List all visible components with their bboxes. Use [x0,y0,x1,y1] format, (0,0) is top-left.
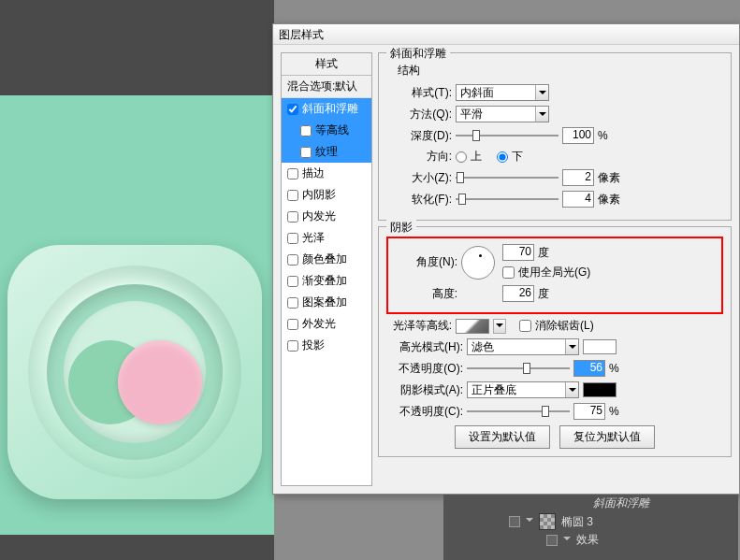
style-checkbox[interactable] [287,233,298,244]
opacity2-slider[interactable] [467,403,570,420]
style-select[interactable]: 内斜面 [456,84,549,101]
make-default-button[interactable]: 设置为默认值 [455,425,550,449]
style-checkbox[interactable] [287,319,298,330]
style-label: 内发光 [302,208,336,224]
size-slider[interactable] [456,169,559,186]
opacity1-slider[interactable] [467,360,570,377]
depth-slider[interactable] [456,127,559,144]
method-label: 方法(Q): [386,107,452,122]
style-checkbox[interactable] [287,104,298,115]
style-row-3[interactable]: 描边 [282,163,371,184]
reset-default-button[interactable]: 复位为默认值 [559,425,655,449]
structure-label: 结构 [398,63,723,79]
style-label: 图案叠加 [302,294,347,310]
style-label: 光泽 [302,230,325,246]
style-row-2[interactable]: 纹理 [282,141,371,163]
style-row-0[interactable]: 斜面和浮雕 [282,98,371,120]
depth-unit: % [598,129,624,142]
opacity2-unit: % [609,405,635,418]
style-row-7[interactable]: 颜色叠加 [282,249,371,270]
soften-slider[interactable] [456,191,559,208]
layer-effect-applied[interactable]: 斜面和浮雕 [443,495,738,512]
depth-input[interactable]: 100 [562,127,594,144]
layer-name: 椭圆 3 [561,514,593,530]
style-checkbox[interactable] [287,211,298,223]
visibility-toggle-icon[interactable] [509,516,520,527]
style-checkbox[interactable] [287,168,298,179]
style-checkbox[interactable] [287,190,298,201]
expand-icon[interactable] [563,537,571,544]
shading-group-title: 阴影 [386,220,416,236]
direction-up-label: 上 [471,149,482,165]
angle-dial[interactable] [461,246,495,280]
direction-up-radio[interactable] [456,151,467,163]
soften-unit: 像素 [598,192,624,208]
styles-list-panel: 样式 混合选项:默认 斜面和浮雕等高线纹理描边内阴影内发光光泽颜色叠加渐变叠加图… [281,52,372,486]
style-label: 外发光 [302,316,336,332]
antialias-checkbox[interactable] [519,320,531,332]
style-row-4[interactable]: 内阴影 [282,184,371,206]
style-label: 样式(T): [386,85,452,101]
shadow-mode-select[interactable]: 正片叠底 [467,381,579,398]
layer-row[interactable]: 椭圆 3 [443,512,738,531]
opacity1-input[interactable]: 56 [573,360,605,377]
chevron-down-icon[interactable] [493,319,506,334]
layer-thumbnail[interactable] [539,513,556,530]
global-light-label: 使用全局光(G) [518,265,590,280]
highlight-mode-label: 高光模式(H): [386,339,463,355]
global-light-checkbox[interactable] [502,266,515,279]
gloss-contour-label: 光泽等高线: [386,318,452,334]
altitude-input[interactable]: 26 [502,285,534,302]
style-row-8[interactable]: 渐变叠加 [282,270,371,292]
canvas-area [0,0,274,560]
blend-options-row[interactable]: 混合选项:默认 [282,76,371,98]
expand-icon[interactable] [526,518,533,525]
layer-style-dialog: 图层样式 样式 混合选项:默认 斜面和浮雕等高线纹理描边内阴影内发光光泽颜色叠加… [272,23,740,495]
style-label: 颜色叠加 [302,251,347,267]
style-checkbox[interactable] [287,340,298,352]
style-checkbox[interactable] [287,297,298,309]
direction-label: 方向: [386,149,452,165]
shadow-mode-label: 阴影模式(A): [386,382,463,398]
depth-label: 深度(D): [386,128,452,144]
angle-label: 角度(N): [392,254,457,270]
style-row-5[interactable]: 内发光 [282,206,371,227]
style-checkbox[interactable] [287,276,298,287]
style-row-9[interactable]: 图案叠加 [282,292,371,313]
bevel-group: 斜面和浮雕 结构 样式(T): 内斜面 方法(Q): 平滑 深度(D): 100… [378,52,732,221]
style-row-6[interactable]: 光泽 [282,227,371,249]
style-label: 渐变叠加 [302,273,347,289]
antialias-label: 消除锯齿(L) [535,318,594,334]
altitude-unit: 度 [538,286,549,302]
style-row-11[interactable]: 投影 [282,335,371,356]
bevel-group-title: 斜面和浮雕 [386,46,450,62]
soften-label: 软化(F): [386,192,452,208]
style-label: 投影 [302,337,325,353]
highlight-mode-select[interactable]: 滤色 [467,338,579,355]
styles-header: 样式 [282,53,371,76]
style-row-1[interactable]: 等高线 [282,120,371,141]
opacity1-label: 不透明度(O): [386,361,463,377]
size-input[interactable]: 2 [562,169,594,186]
shading-group: 阴影 角度(N): 70 度 使用全局光(G) [378,226,732,457]
style-label: 描边 [302,165,325,181]
settings-panel: 斜面和浮雕 结构 样式(T): 内斜面 方法(Q): 平滑 深度(D): 100… [378,52,732,486]
soften-input[interactable]: 4 [562,191,594,208]
method-select[interactable]: 平滑 [456,106,549,122]
gloss-contour-swatch[interactable] [456,319,489,334]
dialog-title[interactable]: 图层样式 [273,24,739,45]
visibility-toggle-icon[interactable] [546,535,558,546]
icon-pink-circle [118,340,202,424]
style-checkbox[interactable] [300,125,312,136]
layer-effects-row[interactable]: 效果 [443,531,738,549]
style-checkbox[interactable] [287,254,298,266]
chevron-down-icon [565,382,578,397]
angle-input[interactable]: 70 [502,244,534,261]
shadow-color-swatch[interactable] [583,382,617,397]
style-row-10[interactable]: 外发光 [282,313,371,335]
opacity2-input[interactable]: 75 [573,403,605,420]
highlight-color-swatch[interactable] [583,339,617,354]
layers-panel-fragment: 斜面和浮雕 椭圆 3 效果 [443,495,738,560]
style-checkbox[interactable] [300,147,312,158]
direction-down-radio[interactable] [497,151,508,163]
